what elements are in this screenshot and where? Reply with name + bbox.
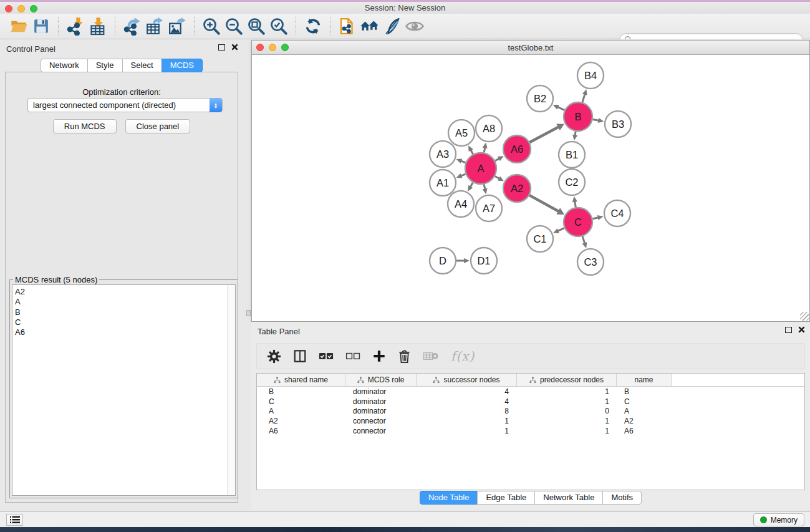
graph-node-A4[interactable] xyxy=(448,191,474,217)
export-table-icon[interactable] xyxy=(143,16,166,37)
graph-edge-A-A4[interactable] xyxy=(470,183,473,187)
zoom-in-icon[interactable] xyxy=(200,16,223,37)
hide-graphics-eye-icon[interactable] xyxy=(403,16,426,37)
graph-edge-C-C3[interactable] xyxy=(582,236,585,244)
mcds-result-list[interactable]: A2ABCA6 xyxy=(12,284,236,496)
network-close-button[interactable] xyxy=(256,44,264,51)
graph-node-C4[interactable] xyxy=(604,200,630,226)
save-session-icon[interactable] xyxy=(30,16,52,37)
zoom-selected-icon[interactable] xyxy=(268,16,290,37)
deselect-all-icon[interactable] xyxy=(345,347,360,365)
graph-edge-B-B4[interactable] xyxy=(582,94,585,102)
column-header-predecessor-nodes[interactable]: predecessor nodes xyxy=(517,374,617,386)
result-list-item[interactable]: A xyxy=(15,297,235,307)
tab-edge-table[interactable]: Edge Table xyxy=(477,491,535,505)
export-image-icon[interactable] xyxy=(166,16,188,37)
graph-edge-C-C4[interactable] xyxy=(592,218,598,219)
export-network-icon[interactable] xyxy=(121,16,143,37)
network-canvas[interactable]: B4B2BB3A8A5A6B1A3AC2A1A2A4A7C4CC1C3DD1 xyxy=(252,56,809,321)
network-zoom-button[interactable] xyxy=(281,44,289,51)
network-window-titlebar[interactable]: testGlobe.txt xyxy=(252,41,809,55)
memory-button[interactable]: Memory xyxy=(753,513,804,526)
table-row[interactable]: A2connector11A2 xyxy=(257,416,804,426)
graph-node-C1[interactable] xyxy=(527,226,553,252)
cybrowser-home-icon[interactable] xyxy=(359,16,381,37)
tab-network[interactable]: Network xyxy=(41,59,88,72)
graph-node-A3[interactable] xyxy=(430,141,456,167)
table-row[interactable]: A6connector11A6 xyxy=(257,426,804,436)
graph-edge-C-C2[interactable] xyxy=(575,201,576,208)
result-list-item[interactable]: B xyxy=(15,307,235,317)
graph-node-D[interactable] xyxy=(430,248,456,274)
graph-edge-A6-B[interactable] xyxy=(529,127,559,143)
zoom-fit-icon[interactable] xyxy=(245,16,268,37)
zoom-window-button[interactable] xyxy=(30,5,37,12)
graph-edge-A-A7[interactable] xyxy=(484,184,485,189)
graph-node-B[interactable] xyxy=(564,102,592,131)
open-session-icon[interactable] xyxy=(7,16,30,37)
tab-motifs[interactable]: Motifs xyxy=(602,491,642,505)
create-column-plus-icon[interactable] xyxy=(372,347,386,365)
graph-node-A7[interactable] xyxy=(476,195,502,221)
graph-edge-A-A1[interactable] xyxy=(461,174,466,176)
column-header-shared-name[interactable]: shared name xyxy=(257,374,345,386)
result-list-item[interactable]: A2 xyxy=(15,287,235,297)
graph-node-A[interactable] xyxy=(465,153,496,184)
show-columns-icon[interactable] xyxy=(293,347,307,365)
graph-node-A5[interactable] xyxy=(448,120,475,146)
column-header-successor-nodes[interactable]: successor nodes xyxy=(417,374,517,386)
tab-network-table[interactable]: Network Table xyxy=(534,491,603,505)
graph-edge-C-C1[interactable] xyxy=(557,228,564,231)
graph-node-C3[interactable] xyxy=(577,249,604,275)
tab-mcds[interactable]: MCDS xyxy=(162,59,203,72)
close-panel-icon[interactable] xyxy=(231,44,238,51)
graph-node-D1[interactable] xyxy=(471,248,497,274)
select-all-icon[interactable] xyxy=(319,347,334,365)
graph-node-B2[interactable] xyxy=(527,85,553,112)
graph-node-A1[interactable] xyxy=(430,170,456,196)
table-row[interactable]: Bdominator41B xyxy=(257,387,804,397)
network-minimize-button[interactable] xyxy=(269,44,276,51)
tab-select[interactable]: Select xyxy=(122,59,162,72)
graph-node-A6[interactable] xyxy=(503,135,531,163)
graph-edge-B-B1[interactable] xyxy=(575,132,576,136)
graph-edge-B-B3[interactable] xyxy=(593,119,599,120)
float-table-panel-icon[interactable] xyxy=(785,327,792,333)
table-row[interactable]: Adominator80A xyxy=(257,407,804,417)
result-list-item[interactable]: C xyxy=(15,317,235,327)
show-graphics-details-icon[interactable] xyxy=(381,16,403,37)
result-list-item[interactable]: A6 xyxy=(15,327,235,337)
run-mcds-button[interactable]: Run MCDS xyxy=(53,119,117,133)
new-network-from-selection-icon[interactable] xyxy=(336,16,359,37)
graph-node-A2[interactable] xyxy=(503,175,531,202)
graph-node-C[interactable] xyxy=(564,208,592,236)
graph-edge-B-B2[interactable] xyxy=(557,107,564,110)
graph-edge-A-A2[interactable] xyxy=(495,177,499,179)
apply-layout-icon[interactable] xyxy=(302,16,324,37)
zoom-out-icon[interactable] xyxy=(223,16,245,37)
optimization-criterion-select[interactable]: largest connected component (directed) ▲… xyxy=(27,98,223,112)
minimize-window-button[interactable] xyxy=(17,5,25,12)
close-panel-button[interactable]: Close panel xyxy=(125,119,191,133)
result-scrollbar[interactable] xyxy=(227,285,235,495)
graph-node-B4[interactable] xyxy=(577,62,604,89)
column-header-name[interactable]: name xyxy=(617,374,672,386)
graph-node-B1[interactable] xyxy=(559,142,585,168)
graph-edge-A-A6[interactable] xyxy=(495,158,499,161)
column-header-MCDS-role[interactable]: MCDS role xyxy=(345,374,417,386)
graph-node-A8[interactable] xyxy=(476,115,502,142)
import-network-icon[interactable] xyxy=(64,16,87,37)
table-settings-gear-icon[interactable] xyxy=(267,347,281,365)
resize-grip-icon[interactable] xyxy=(800,312,809,321)
graph-edge-A-A3[interactable] xyxy=(461,161,466,163)
close-table-panel-icon[interactable] xyxy=(798,326,805,333)
vertical-splitter-handle[interactable] xyxy=(246,310,251,316)
graph-edge-A-A8[interactable] xyxy=(484,147,485,152)
task-history-button[interactable] xyxy=(6,514,23,526)
tab-style[interactable]: Style xyxy=(87,59,123,72)
close-window-button[interactable] xyxy=(5,5,12,12)
tab-node-table[interactable]: Node Table xyxy=(420,491,478,505)
graph-edge-A2-C[interactable] xyxy=(529,195,559,211)
graph-edge-A-A5[interactable] xyxy=(471,150,473,154)
graph-node-B3[interactable] xyxy=(605,111,631,137)
